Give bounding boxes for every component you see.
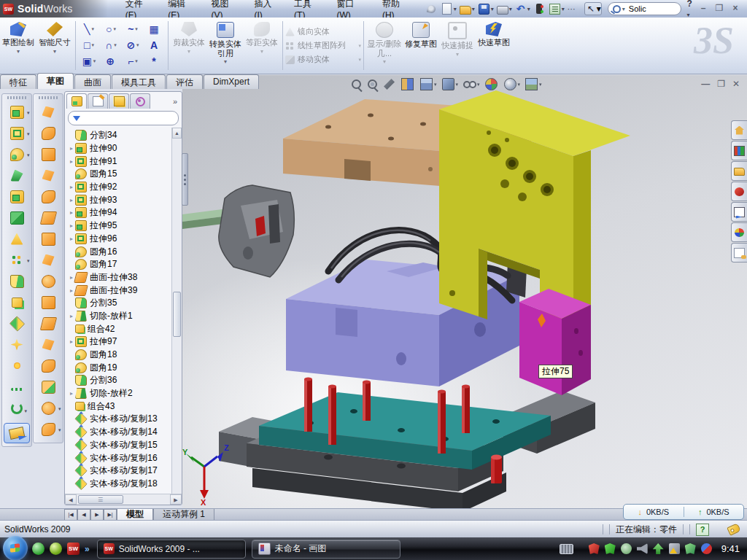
parting-surface-icon[interactable]: ▾ [34, 397, 62, 419]
tree-item[interactable]: 圆角18 [68, 349, 171, 362]
restore-button[interactable]: ❐ [713, 4, 725, 14]
reference-point-icon[interactable] [3, 355, 31, 376]
traffic-light-icon[interactable] [532, 2, 547, 15]
toolbar-grip[interactable] [7, 96, 26, 99]
tree-item[interactable]: 分割36 [68, 374, 171, 387]
scroll-left-arrow[interactable]: ◀ [65, 494, 77, 505]
curve-icon[interactable]: ▾ [3, 334, 31, 355]
ruled-surface-icon[interactable] [34, 144, 62, 165]
defender-shield-icon[interactable] [685, 543, 696, 554]
search-input[interactable] [627, 4, 668, 14]
scroll-thumb[interactable]: ☰ [78, 495, 123, 504]
ribbon-tab[interactable]: DimXpert [204, 74, 259, 89]
ribbon-tab[interactable]: 特征 [0, 74, 36, 89]
tree-item[interactable]: 分割35 [68, 297, 171, 310]
text-tool[interactable]: A [144, 37, 166, 53]
boundary-surface-icon[interactable] [34, 186, 62, 207]
tree-item[interactable]: 实体-移动/复制13 [68, 413, 171, 426]
expand-arrow[interactable]: ▸ [68, 209, 75, 216]
ribbon-tab[interactable]: 曲面 [74, 74, 111, 89]
tree-item[interactable]: 实体-移动/复制14 [68, 426, 171, 439]
draft-icon[interactable] [3, 228, 31, 249]
quick-tips-button[interactable]: ? [696, 524, 709, 536]
radiate-surface-icon[interactable] [34, 249, 62, 271]
previous-view-icon[interactable] [384, 79, 396, 90]
tree-filter[interactable] [68, 111, 179, 125]
propertymanager-tab[interactable] [88, 93, 108, 109]
taskbar-task-solidworks[interactable]: SW SolidWorks 2009 - ... [97, 540, 246, 559]
antivirus-shield-icon[interactable] [589, 543, 600, 554]
tooling-split-icon[interactable]: ▾ [34, 419, 62, 440]
rapid-sketch-button[interactable]: 快速草图 [476, 18, 512, 74]
split-icon[interactable] [3, 271, 31, 292]
knit-surface-icon[interactable] [34, 271, 62, 292]
tree-item[interactable]: 实体-移动/复制16 [68, 451, 171, 464]
tree-item[interactable]: 实体-移动/复制15 [68, 439, 171, 452]
instant3d-button[interactable] [4, 423, 30, 443]
spline-tool[interactable]: ~▾ [122, 21, 144, 37]
smart-dimension-button[interactable]: 智能尺寸 ▾ [36, 18, 73, 74]
model-3d[interactable] [182, 89, 747, 508]
custom-properties-tab[interactable] [731, 243, 747, 262]
start-button[interactable] [3, 536, 28, 560]
tree-item[interactable]: 圆角19 [68, 361, 171, 374]
revolved-surface-icon[interactable] [34, 122, 62, 144]
new-document-icon[interactable]: ▾ [439, 2, 458, 15]
expand-arrow[interactable]: ▸ [68, 184, 75, 190]
expand-arrow[interactable]: ▸ [68, 197, 75, 203]
part-red-cylinder[interactable] [491, 455, 502, 484]
swept-surface-icon[interactable] [34, 101, 62, 122]
lofted-boss-icon[interactable] [3, 186, 31, 207]
doc-tab-nav-button[interactable]: ◀ [77, 509, 90, 521]
doc-close-button[interactable]: ✕ [732, 79, 740, 89]
display-delete-relations-button[interactable]: 显示/删除几...▾ [366, 18, 403, 74]
view-palette-tab[interactable] [731, 202, 747, 222]
line-tool[interactable]: ╲▾ [78, 21, 100, 37]
extend-surface-icon[interactable] [34, 334, 62, 355]
expand-arrow[interactable]: ▸ [68, 222, 75, 229]
dimxpertmanager-tab[interactable] [130, 93, 150, 109]
tree-item[interactable]: ▸ 拉伸94 [68, 206, 171, 219]
display-style-icon[interactable]: ▾ [442, 78, 459, 90]
solidworks-resources-tab[interactable] [731, 120, 747, 140]
linear-pattern-icon[interactable]: ▾ [3, 249, 31, 271]
scroll-right-arrow[interactable]: ▶ [170, 494, 182, 505]
document-tab[interactable]: 运动算例 1 [153, 509, 214, 521]
repair-sketch-button[interactable]: 修复草图 [403, 18, 439, 74]
tree-item[interactable]: ▸ 拉伸93 [68, 193, 171, 206]
offset-entities-button[interactable]: 等距实体▾ [244, 18, 280, 74]
search-box[interactable]: ▾ [608, 2, 681, 15]
solidworks-search-tab[interactable] [731, 182, 747, 201]
security-shield-icon[interactable] [605, 543, 616, 554]
doc-restore-button[interactable]: ❐ [717, 79, 725, 89]
options-icon[interactable]: ▾ [547, 2, 566, 16]
close-button[interactable]: × [729, 4, 741, 14]
tree-item[interactable]: 圆角16 [68, 245, 171, 258]
move-entities-button[interactable]: 移动实体▾ [285, 54, 361, 65]
tree-item[interactable]: 分割34 [68, 129, 171, 142]
filter-input[interactable] [83, 113, 190, 123]
tree-item[interactable]: ▸ 拉伸91 [68, 155, 171, 168]
appearances-scenes-tab[interactable] [731, 222, 747, 242]
print-icon[interactable]: ▾ [495, 2, 514, 15]
tree-item[interactable]: ▸ 曲面-拉伸38 [68, 271, 171, 284]
ellipse-tool[interactable]: ⊘▾ [122, 37, 144, 53]
tree-item[interactable]: 圆角15 [68, 168, 171, 181]
featuremanager-tab[interactable] [66, 93, 87, 109]
extruded-boss-icon[interactable]: ▾ [3, 101, 31, 122]
apply-scene-icon[interactable]: ▾ [504, 78, 521, 90]
language-keyboard-icon[interactable] [560, 544, 573, 554]
tree-horizontal-scrollbar[interactable]: ◀ ☰ ▶ [65, 494, 182, 505]
swept-boss-icon[interactable] [3, 165, 31, 186]
toolbar-overflow-icon[interactable]: ⋯ [566, 2, 581, 15]
select-dropdown[interactable]: ▾ [597, 4, 601, 14]
reference-axis-icon[interactable] [3, 376, 31, 397]
planar-surface-icon[interactable] [34, 207, 62, 228]
fillet-icon[interactable]: ▾ [3, 144, 31, 165]
tree-item[interactable]: ▸ 拉伸95 [68, 219, 171, 233]
edit-appearance-icon[interactable] [485, 78, 499, 90]
doc-tab-nav-button[interactable]: ▶| [104, 509, 117, 521]
open-icon[interactable]: ▾ [458, 2, 476, 15]
expand-arrow[interactable]: ▸ [68, 236, 75, 242]
polygon-tool[interactable]: ⊕ [100, 53, 122, 69]
